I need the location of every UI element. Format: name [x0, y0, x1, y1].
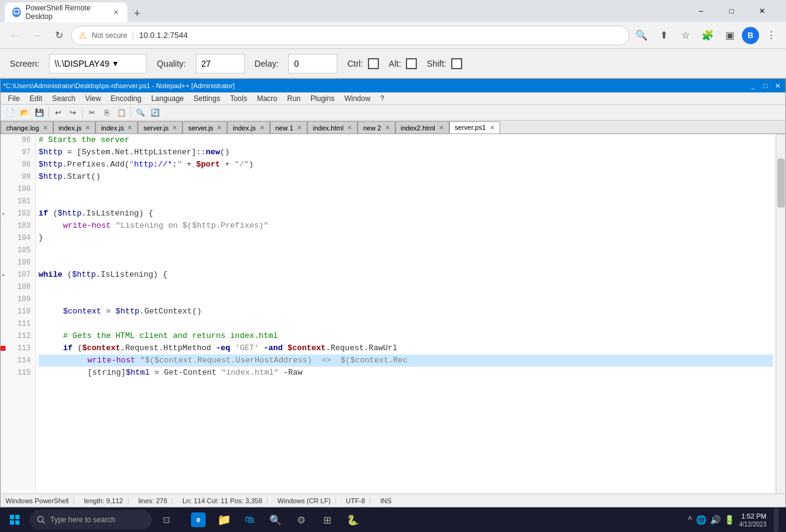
taskbar-search[interactable]: Type here to search: [29, 510, 152, 530]
toolbar-copy[interactable]: ⎘: [100, 106, 113, 119]
editor-area[interactable]: 96 97 98 99 100 101 ▸102 103 104 105 106…: [1, 134, 785, 493]
back-button[interactable]: ←: [5, 26, 24, 45]
toolbar-cut[interactable]: ✂: [85, 106, 99, 119]
npp-tab-close-7[interactable]: ✕: [347, 124, 352, 131]
npp-tab-7[interactable]: index.html ✕: [307, 121, 357, 133]
quality-input[interactable]: 27: [196, 54, 245, 73]
npp-tab-8[interactable]: new 2 ✕: [357, 121, 395, 133]
npp-close[interactable]: ✕: [772, 81, 783, 91]
quality-value: 27: [201, 59, 211, 69]
line-num-111: 111: [1, 318, 36, 330]
toolbar-open[interactable]: 📂: [18, 106, 31, 119]
toolbar-redo[interactable]: ↪: [66, 106, 80, 119]
minimize-button[interactable]: –: [687, 1, 715, 21]
menu-macro[interactable]: Macro: [252, 93, 282, 104]
menu-file[interactable]: File: [3, 93, 24, 104]
sidebar-toggle[interactable]: ▣: [720, 26, 739, 45]
tray-network[interactable]: 🌐: [696, 515, 706, 525]
toolbar-replace[interactable]: 🔄: [148, 106, 162, 119]
forward-button[interactable]: →: [27, 26, 47, 45]
menu-button[interactable]: ⋮: [762, 26, 781, 45]
tray-battery[interactable]: 🔋: [724, 515, 735, 525]
npp-tab-2[interactable]: index.js ✕: [95, 121, 138, 133]
toolbar-paste[interactable]: 📋: [114, 106, 128, 119]
npp-tab-1[interactable]: index.js ✕: [53, 121, 95, 133]
npp-tab-5[interactable]: index.js ✕: [227, 121, 269, 133]
npp-tab-close-0[interactable]: ✕: [43, 124, 48, 131]
new-tab-button[interactable]: +: [129, 5, 146, 22]
delay-label: Delay:: [255, 59, 279, 69]
menu-view[interactable]: View: [80, 93, 106, 104]
menu-run[interactable]: Run: [282, 93, 305, 104]
task-view-button[interactable]: ⊡: [154, 508, 179, 532]
tray-chevron[interactable]: ^: [688, 515, 692, 525]
taskbar-store[interactable]: 🛍: [238, 508, 262, 532]
npp-tab-9[interactable]: index2.html ✕: [395, 121, 449, 133]
toolbar-new[interactable]: 📄: [3, 106, 17, 119]
menu-window[interactable]: Window: [339, 93, 375, 104]
tray-volume[interactable]: 🔊: [710, 515, 720, 525]
menu-edit[interactable]: Edit: [24, 93, 47, 104]
nav-actions: 🔍 ⬆ ☆ 🧩 ▣ B ⋮: [632, 26, 781, 45]
taskbar-terminal[interactable]: ⊞: [315, 508, 339, 532]
scrollbar-thumb[interactable]: [777, 159, 785, 208]
line-numbers: 96 97 98 99 100 101 ▸102 103 104 105 106…: [1, 134, 36, 493]
taskbar-edge[interactable]: e: [186, 508, 211, 532]
menu-language[interactable]: Language: [146, 93, 189, 104]
npp-tab-close-4[interactable]: ✕: [217, 124, 222, 131]
toolbar-save[interactable]: 💾: [32, 106, 46, 119]
taskbar-clock-area[interactable]: 1:52 PM 4/12/2023: [739, 512, 767, 527]
npp-tab-6[interactable]: new 1 ✕: [270, 121, 307, 133]
menu-encoding[interactable]: Encoding: [106, 93, 146, 104]
menu-tools[interactable]: Tools: [225, 93, 252, 104]
line-num-102: ▸102: [1, 208, 36, 220]
npp-tab-close-8[interactable]: ✕: [385, 124, 390, 131]
toolbar-undo[interactable]: ↩: [51, 106, 65, 119]
taskbar-settings[interactable]: ⚙: [289, 508, 313, 532]
browser-tab[interactable]: PowerShell Remote Desktop ✕: [5, 2, 127, 22]
toolbar-find[interactable]: 🔍: [133, 106, 147, 119]
code-editor[interactable]: # Starts the server $http = [System.Net.…: [36, 134, 776, 493]
code-line-108: [39, 281, 773, 293]
profile-button[interactable]: B: [742, 27, 759, 44]
code-line-97: $http = [System.Net.HttpListener]:: new …: [39, 146, 773, 159]
refresh-button[interactable]: ↻: [49, 26, 69, 45]
show-desktop-button[interactable]: [774, 508, 779, 532]
zoom-button[interactable]: 🔍: [632, 26, 651, 45]
menu-settings[interactable]: Settings: [189, 93, 225, 104]
address-bar[interactable]: ⚠ Not secure | 10.0.1.2:7544: [71, 26, 629, 45]
menu-plugins[interactable]: Plugins: [305, 93, 339, 104]
vertical-scrollbar[interactable]: [776, 134, 785, 493]
npp-tab-3[interactable]: server.js ✕: [138, 121, 182, 133]
taskbar-file-explorer[interactable]: 📁: [212, 508, 236, 532]
npp-tab-close-10[interactable]: ✕: [490, 124, 495, 131]
menu-help[interactable]: ?: [375, 93, 389, 104]
maximize-button[interactable]: □: [717, 1, 746, 21]
npp-tab-close-3[interactable]: ✕: [172, 124, 177, 131]
ctrl-checkbox[interactable]: [368, 58, 379, 69]
npp-minimize[interactable]: _: [747, 81, 758, 91]
alt-checkbox[interactable]: [406, 58, 417, 69]
npp-tab-close-9[interactable]: ✕: [439, 124, 444, 131]
bookmark-button[interactable]: ☆: [676, 26, 695, 45]
menu-search[interactable]: Search: [47, 93, 80, 104]
npp-tab-10[interactable]: server.ps1 ✕: [449, 121, 500, 133]
delay-input[interactable]: 0: [288, 54, 337, 73]
close-button[interactable]: ✕: [748, 1, 776, 21]
extensions-button[interactable]: 🧩: [698, 26, 717, 45]
npp-tab-close-6[interactable]: ✕: [297, 124, 302, 131]
npp-maximize[interactable]: □: [760, 81, 771, 91]
tab-close-button[interactable]: ✕: [111, 7, 120, 17]
npp-tab-close-2[interactable]: ✕: [127, 124, 132, 131]
npp-tab-close-5[interactable]: ✕: [260, 124, 264, 131]
shift-checkbox[interactable]: [451, 58, 462, 69]
taskbar-python[interactable]: 🐍: [340, 508, 365, 532]
screen-select[interactable]: \\.\DISPLAY49 ▼: [49, 54, 147, 73]
start-button[interactable]: [2, 509, 27, 531]
svg-point-7: [38, 517, 43, 522]
npp-tab-4[interactable]: server.js ✕: [182, 121, 227, 133]
npp-tab-0[interactable]: change.log ✕: [1, 121, 53, 133]
taskbar-search-app[interactable]: 🔍: [263, 508, 288, 532]
share-button[interactable]: ⬆: [654, 26, 673, 45]
npp-tab-close-1[interactable]: ✕: [85, 124, 90, 131]
